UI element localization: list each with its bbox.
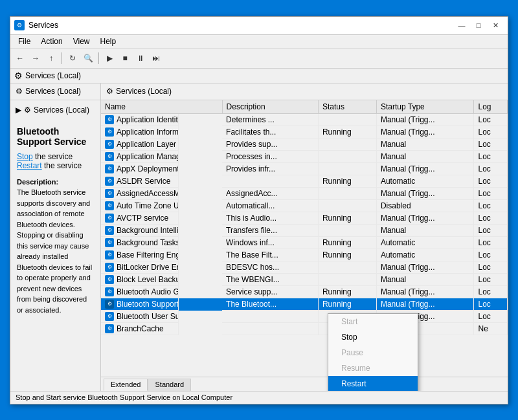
service-row-icon: ⚙ [105,238,114,247]
service-name-text: AVCTP service [117,214,168,223]
service-desc-cell: Windows inf... [222,237,318,249]
table-row[interactable]: ⚙ASLDR ServiceRunningAutomaticLoc [101,175,508,188]
service-name-cell: ⚙Application Management [101,151,179,163]
service-desc-cell: The Bluetoot... [222,298,318,311]
service-row-icon: ⚙ [105,300,114,309]
service-status-cell: Running [318,212,376,225]
stop-service-link[interactable]: Stop [17,152,33,161]
service-name-text: Block Level Backup Engine S... [117,275,179,284]
table-row[interactable]: ⚙AssignedAccessManager Ser...AssignedAcc… [101,188,508,200]
services-table-container[interactable]: Name Description Status Startup Type Log… [101,100,508,377]
table-row[interactable]: ⚙Background Intelligent Tran...Transfers… [101,225,508,237]
context-pause[interactable]: Pause [328,345,418,360]
up-button[interactable]: ↑ [44,51,58,65]
breadcrumb-icon: ⚙ [14,71,23,81]
maximize-button[interactable]: □ [470,19,487,32]
table-row[interactable]: ⚙AVCTP serviceThis is Audio...RunningMan… [101,212,508,225]
restart-service-button[interactable]: ⏭ [149,51,163,65]
table-row[interactable]: ⚙Application InformationFacilitates th..… [101,126,508,138]
table-row[interactable]: ⚙Application Layer Gateway S...Provides … [101,138,508,151]
left-panel-header: ⚙ Services (Local) [10,83,100,100]
menu-help[interactable]: Help [95,36,122,47]
status-bar: Stop and Start service Bluetooth Support… [10,391,508,404]
service-desc-cell [222,311,318,323]
tree-item-services-local[interactable]: ▶ ⚙ Services (Local) [13,104,98,116]
menu-view[interactable]: View [68,36,95,47]
tab-standard[interactable]: Standard [148,379,191,391]
service-startup-cell: Manual (Trigg... [376,113,474,126]
table-row[interactable]: ⚙Bluetooth Support ServiceThe Bluetoot..… [101,298,508,311]
table-row[interactable]: ⚙Auto Time Zone UpdaterAutomaticall...Di… [101,200,508,212]
menu-action[interactable]: Action [36,36,67,47]
context-restart[interactable]: Restart [328,376,418,391]
main-content: ⚙ Services (Local) ▶ ⚙ Services (Local) … [10,83,508,391]
service-startup-cell: Automatic [376,249,474,261]
service-name-cell: ⚙Base Filtering Engine [101,249,179,261]
service-status-cell [318,188,376,200]
table-row[interactable]: ⚙Application ManagementProcesses in...Ma… [101,151,508,163]
context-resume[interactable]: Resume [328,360,418,376]
table-row[interactable]: ⚙BitLocker Drive Encryption S...BDESVC h… [101,261,508,274]
close-button[interactable]: ✕ [487,19,504,32]
service-detail-panel: Bluetooth Support Service Stop the servi… [10,120,100,322]
service-status-cell: Running [318,286,376,298]
service-desc-cell: The Base Filt... [222,249,318,261]
context-menu: Start Stop Pause Resume Restart All Task… [328,313,418,391]
separator-1 [62,52,62,64]
service-log-cell: Loc [474,151,508,163]
tree-label: Services (Local) [25,87,81,96]
service-startup-cell: Automatic [376,237,474,249]
description-label: Description: [17,178,58,186]
table-row[interactable]: ⚙Background Tasks Infrastruc...Windows i… [101,237,508,249]
service-status-cell [318,261,376,274]
service-startup-cell: Manual [376,138,474,151]
service-name-text: Background Intelligent Tran... [117,226,179,235]
table-row[interactable]: ⚙AppX Deployment Service (A...Provides i… [101,163,508,175]
app-icon: ⚙ [14,20,25,30]
table-row[interactable]: ⚙Bluetooth Audio Gateway Se...Service su… [101,286,508,298]
services-local-icon: ⚙ [16,87,23,96]
service-desc-cell: Service supp... [222,286,318,298]
service-name-cell: ⚙AssignedAccessManager Ser... [101,188,179,200]
back-button[interactable]: ← [13,51,27,65]
service-name-cell: ⚙BitLocker Drive Encryption S... [101,261,179,274]
description-text: The Bluetooth service supports discovery… [17,188,92,314]
service-name-cell: ⚙AVCTP service [101,212,179,225]
context-start[interactable]: Start [328,314,418,329]
tree-services-label: Services (Local) [34,105,89,115]
pause-service-button[interactable]: ⏸ [133,51,148,65]
search-button[interactable]: 🔍 [81,51,95,65]
service-name-cell: ⚙ASLDR Service [101,175,179,188]
context-stop[interactable]: Stop [328,329,418,345]
breadcrumb-text: Services (Local) [25,71,81,80]
col-name: Name [101,100,222,114]
service-log-cell: Loc [474,113,508,126]
service-status-cell [318,151,376,163]
services-table: Name Description Status Startup Type Log… [101,100,508,336]
table-row[interactable]: ⚙Block Level Backup Engine S...The WBENG… [101,274,508,286]
service-desc-cell: Processes in... [222,151,318,163]
service-status-cell: Running [318,237,376,249]
service-log-cell: Loc [474,200,508,212]
restart-service-link[interactable]: Restart [17,161,42,170]
service-name-text: Background Tasks Infrastruc... [117,238,179,247]
table-row[interactable]: ⚙Application IdentityDetermines ...Manua… [101,113,508,126]
table-row[interactable]: ⚙Bluetooth User Support Serv...Manual (T… [101,311,508,323]
service-status-cell: Running [318,175,376,188]
forward-button[interactable]: → [28,51,43,65]
start-service-button[interactable]: ▶ [102,51,117,65]
table-row[interactable]: ⚙BranchCacheManualNe [101,323,508,335]
service-row-icon: ⚙ [105,201,114,210]
refresh-button[interactable]: ↻ [65,51,80,65]
tab-extended[interactable]: Extended [104,379,148,391]
right-panel-label: Services (Local) [116,87,172,96]
main-window: ⚙ Services — □ ✕ File Action View Help ←… [10,16,508,404]
table-row[interactable]: ⚙Base Filtering EngineThe Base Filt...Ru… [101,249,508,261]
stop-service-button[interactable]: ■ [118,51,132,65]
service-log-cell: Loc [474,311,508,323]
menu-file[interactable]: File [13,36,36,47]
service-row-icon: ⚙ [105,263,114,272]
service-log-cell: Loc [474,163,508,175]
minimize-button[interactable]: — [453,19,470,32]
service-row-icon: ⚙ [105,226,114,235]
